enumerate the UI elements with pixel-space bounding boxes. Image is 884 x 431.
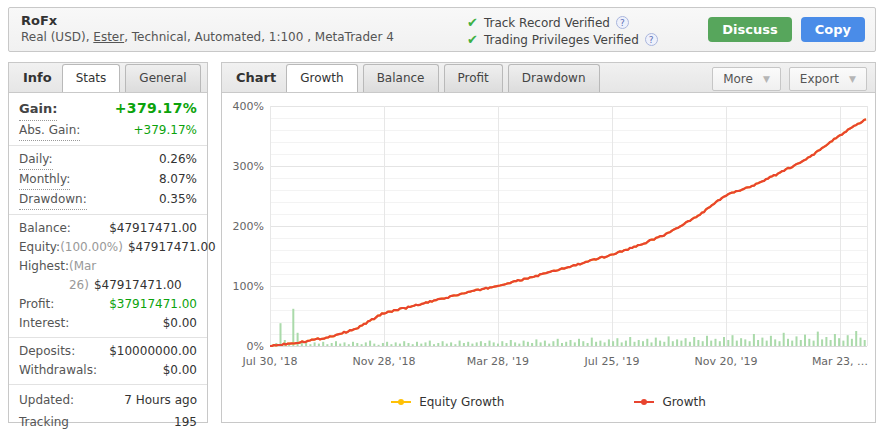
info-panel: Info Stats General Gain: +379.17% Abs. G…: [8, 62, 208, 423]
drawdown-value: 0.35%: [159, 190, 197, 209]
svg-text:100%: 100%: [233, 280, 264, 293]
tab-general[interactable]: General: [125, 64, 200, 92]
chart-title: Chart: [228, 64, 286, 92]
tab-growth[interactable]: Growth: [286, 64, 357, 92]
highest-date: (Mar 26): [69, 259, 96, 292]
drawdown-row: Drawdown: 0.35%: [19, 190, 197, 210]
chart-legend: Equity Growth Growth: [222, 395, 875, 409]
interest-row: Interest: $0.00: [19, 314, 197, 333]
trading-privileges-verified-row: ✔ Trading Privileges Verified ?: [467, 31, 658, 48]
profit-value: $37917471.00: [109, 295, 197, 314]
svg-text:Jul 25, '19: Jul 25, '19: [584, 355, 640, 368]
rates-group: Daily: 0.26% Monthly: 8.07% Drawdown: 0.…: [9, 146, 207, 215]
gain-row: Gain: +379.17%: [19, 97, 197, 121]
withdrawals-value: $0.00: [163, 361, 197, 380]
equity-percent: (100.00%): [60, 240, 123, 254]
legend-label-growth: Growth: [662, 395, 705, 409]
legend-item-equity-growth[interactable]: Equity Growth: [391, 395, 504, 409]
withdrawals-label: Withdrawals:: [19, 361, 97, 380]
profit-label: Profit:: [19, 295, 54, 314]
tab-stats[interactable]: Stats: [62, 64, 121, 92]
tab-profit[interactable]: Profit: [444, 64, 503, 92]
tab-drawdown[interactable]: Drawdown: [508, 64, 600, 92]
chart-actions: More▼ Export▼: [712, 67, 867, 91]
svg-text:Jul 30, '18: Jul 30, '18: [242, 355, 298, 368]
balance-value: $47917471.00: [109, 219, 197, 238]
updated-row: Updated: 7 Hours ago: [19, 389, 197, 411]
info-tabbar: Info Stats General: [9, 63, 207, 93]
gain-group: Gain: +379.17% Abs. Gain: +379.17%: [9, 93, 207, 146]
check-icon: ✔: [467, 15, 478, 30]
svg-text:Nov 20, '19: Nov 20, '19: [695, 355, 758, 368]
account-identity: RoFx Real (USD), Ester, Technical, Autom…: [21, 13, 394, 44]
chevron-down-icon: ▼: [849, 74, 856, 84]
abs-gain-label[interactable]: Abs. Gain:: [19, 121, 80, 141]
chart-panel: Chart Growth Balance Profit Drawdown Mor…: [221, 62, 876, 423]
export-dropdown[interactable]: Export▼: [789, 67, 867, 91]
daily-value: 0.26%: [159, 150, 197, 169]
svg-text:Nov 28, '18: Nov 28, '18: [353, 355, 416, 368]
help-icon[interactable]: ?: [616, 16, 629, 29]
equity-value: (100.00%)$47917471.00: [60, 238, 216, 257]
abs-gain-row: Abs. Gain: +379.17%: [19, 121, 197, 141]
discuss-button[interactable]: Discuss: [708, 17, 791, 42]
balance-label: Balance:: [19, 219, 71, 238]
monthly-value: 8.07%: [159, 170, 197, 189]
myfxbook-widget: RoFx Real (USD), Ester, Technical, Autom…: [0, 0, 884, 431]
account-subtitle: Real (USD), Ester, Technical, Automated,…: [21, 30, 394, 44]
tab-balance[interactable]: Balance: [363, 64, 439, 92]
tracking-label: Tracking: [19, 411, 69, 431]
chevron-down-icon: ▼: [763, 74, 770, 84]
account-header: RoFx Real (USD), Ester, Technical, Autom…: [8, 7, 876, 52]
deposits-group: Deposits: $10000000.00 Withdrawals: $0.0…: [9, 338, 207, 385]
deposits-label: Deposits:: [19, 342, 75, 361]
meta-group: Updated: 7 Hours ago Tracking 195: [9, 385, 207, 431]
abs-gain-value: +379.17%: [134, 121, 197, 140]
highest-label: Highest:: [19, 257, 69, 276]
updated-label: Updated:: [19, 389, 74, 411]
track-record-verified-label: Track Record Verified: [484, 16, 610, 30]
svg-text:200%: 200%: [233, 220, 264, 233]
broker-link[interactable]: Ester: [93, 30, 124, 44]
copy-button[interactable]: Copy: [801, 17, 865, 42]
drawdown-label[interactable]: Drawdown:: [19, 190, 87, 210]
deposits-row: Deposits: $10000000.00: [19, 342, 197, 361]
monthly-row: Monthly: 8.07%: [19, 170, 197, 190]
interest-label: Interest:: [19, 314, 69, 333]
svg-text:Mar 28, '19: Mar 28, '19: [467, 355, 529, 368]
more-dropdown[interactable]: More▼: [712, 67, 781, 91]
tab-info[interactable]: Info: [15, 64, 62, 92]
chart-canvas[interactable]: 0%100%200%300%400%Jul 30, '18Nov 28, '18…: [222, 93, 875, 389]
help-icon[interactable]: ?: [645, 33, 658, 46]
svg-text:400%: 400%: [233, 100, 264, 113]
highest-value: (Mar 26)$47917471.00: [69, 257, 197, 295]
equity-label: Equity:: [19, 238, 60, 257]
withdrawals-row: Withdrawals: $0.00: [19, 361, 197, 380]
interest-value: $0.00: [163, 314, 197, 333]
account-attributes: , Technical, Automated, 1:100 , MetaTrad…: [124, 30, 394, 44]
gain-label[interactable]: Gain:: [19, 97, 57, 121]
updated-value: 7 Hours ago: [124, 389, 197, 411]
svg-text:300%: 300%: [233, 160, 264, 173]
daily-row: Daily: 0.26%: [19, 150, 197, 170]
daily-label[interactable]: Daily:: [19, 150, 53, 170]
growth-chart[interactable]: 0%100%200%300%400%Jul 30, '18Nov 28, '18…: [222, 93, 875, 409]
chart-tabbar: Chart Growth Balance Profit Drawdown Mor…: [222, 63, 875, 93]
balance-group: Balance: $47917471.00 Equity: (100.00%)$…: [9, 215, 207, 338]
deposits-value: $10000000.00: [109, 342, 197, 361]
equity-row: Equity: (100.00%)$47917471.00: [19, 238, 197, 257]
balance-row: Balance: $47917471.00: [19, 219, 197, 238]
verification-badges: ✔ Track Record Verified ? ✔ Trading Priv…: [467, 14, 658, 48]
gain-value: +379.17%: [115, 97, 197, 120]
legend-item-growth[interactable]: Growth: [634, 395, 705, 409]
account-title: RoFx: [21, 13, 394, 28]
legend-label-equity-growth: Equity Growth: [419, 395, 504, 409]
check-icon: ✔: [467, 32, 478, 47]
highest-row: Highest: (Mar 26)$47917471.00: [19, 257, 197, 295]
header-actions: Discuss Copy: [708, 17, 865, 42]
monthly-label[interactable]: Monthly:: [19, 170, 70, 190]
growth-marker-icon: [634, 401, 654, 403]
tracking-row: Tracking 195: [19, 411, 197, 431]
trading-privileges-verified-label: Trading Privileges Verified: [484, 33, 639, 47]
track-record-verified-row: ✔ Track Record Verified ?: [467, 14, 658, 31]
